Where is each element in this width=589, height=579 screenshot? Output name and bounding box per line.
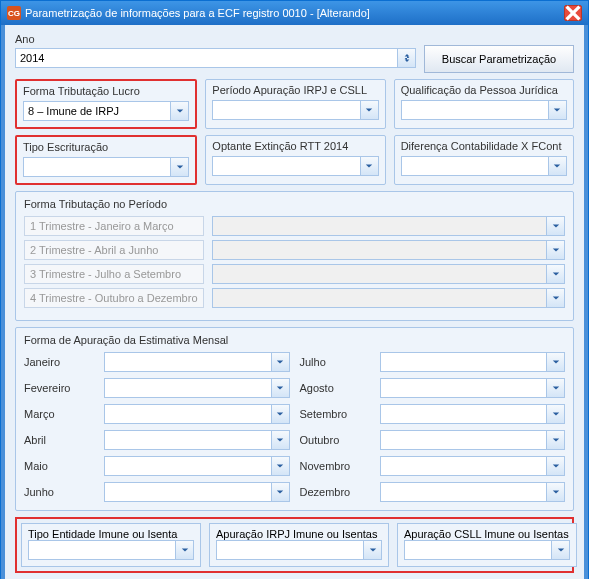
apur-csll-combo[interactable] bbox=[404, 540, 570, 560]
month-combo[interactable] bbox=[104, 352, 290, 372]
forma-tributacao-combo[interactable] bbox=[23, 101, 189, 121]
month-input[interactable] bbox=[381, 483, 547, 501]
buscar-button[interactable]: Buscar Parametrização bbox=[424, 45, 574, 73]
close-button[interactable] bbox=[564, 5, 582, 21]
chevron-down-icon[interactable] bbox=[548, 101, 566, 119]
tipo-entidade-input[interactable] bbox=[29, 541, 175, 559]
chevron-down-icon[interactable] bbox=[546, 217, 564, 235]
chevron-down-icon[interactable] bbox=[170, 158, 188, 176]
forma-tributacao-group: Forma Tributação Lucro bbox=[15, 79, 197, 129]
qualificacao-input[interactable] bbox=[402, 101, 548, 119]
chevron-down-icon[interactable] bbox=[360, 157, 378, 175]
month-combo[interactable] bbox=[104, 456, 290, 476]
chevron-down-icon[interactable] bbox=[546, 457, 564, 475]
trimestre-combo[interactable] bbox=[212, 240, 565, 260]
trimestre-combo[interactable] bbox=[212, 264, 565, 284]
dialog-window: CG Parametrização de informações para a … bbox=[0, 0, 589, 579]
periodo-apuracao-input[interactable] bbox=[213, 101, 359, 119]
trimestre-input[interactable] bbox=[213, 289, 546, 307]
trimestre-input[interactable] bbox=[213, 265, 546, 283]
window-title: Parametrização de informações para a ECF… bbox=[25, 7, 370, 19]
month-combo[interactable] bbox=[380, 378, 566, 398]
month-label: Agosto bbox=[300, 382, 370, 394]
chevron-down-icon[interactable] bbox=[546, 379, 564, 397]
diferenca-combo[interactable] bbox=[401, 156, 567, 176]
tipo-escrituracao-group: Tipo Escrituração bbox=[15, 135, 197, 185]
chevron-down-icon[interactable] bbox=[271, 483, 289, 501]
chevron-down-icon[interactable] bbox=[175, 541, 193, 559]
chevron-down-icon[interactable] bbox=[548, 157, 566, 175]
chevron-down-icon[interactable] bbox=[546, 483, 564, 501]
forma-tributacao-input[interactable] bbox=[24, 102, 170, 120]
month-input[interactable] bbox=[105, 353, 271, 371]
apur-irpj-combo[interactable] bbox=[216, 540, 382, 560]
titlebar-left: CG Parametrização de informações para a … bbox=[7, 6, 370, 20]
chevron-down-icon[interactable] bbox=[271, 457, 289, 475]
month-input[interactable] bbox=[381, 405, 547, 423]
tipo-entidade-group: Tipo Entidade Imune ou Isenta bbox=[21, 523, 201, 567]
month-combo[interactable] bbox=[380, 352, 566, 372]
month-input[interactable] bbox=[381, 379, 547, 397]
app-icon: CG bbox=[7, 6, 21, 20]
chevron-down-icon[interactable] bbox=[170, 102, 188, 120]
tipo-escrituracao-input[interactable] bbox=[24, 158, 170, 176]
month-combo[interactable] bbox=[104, 482, 290, 502]
optante-group: Optante Extinção RTT 2014 bbox=[205, 135, 385, 185]
chevron-down-icon[interactable] bbox=[546, 289, 564, 307]
trimestre-combo[interactable] bbox=[212, 288, 565, 308]
trimestre-label: 2 Trimestre - Abril a Junho bbox=[24, 240, 204, 260]
trimestre-input[interactable] bbox=[213, 217, 546, 235]
optante-input[interactable] bbox=[213, 157, 359, 175]
ano-dropdown-button[interactable] bbox=[397, 49, 415, 67]
chevron-down-icon[interactable] bbox=[271, 405, 289, 423]
month-input[interactable] bbox=[381, 431, 547, 449]
trimestre-row: 4 Trimestre - Outubro a Dezembro bbox=[24, 288, 565, 308]
month-input[interactable] bbox=[105, 379, 271, 397]
month-combo[interactable] bbox=[104, 404, 290, 424]
trib-periodo-fieldset: Forma Tributação no Período 1 Trimestre … bbox=[15, 191, 574, 321]
apur-irpj-input[interactable] bbox=[217, 541, 363, 559]
month-combo[interactable] bbox=[104, 430, 290, 450]
titlebar: CG Parametrização de informações para a … bbox=[1, 1, 588, 25]
chevron-down-icon[interactable] bbox=[363, 541, 381, 559]
ano-label: Ano bbox=[15, 33, 416, 45]
month-input[interactable] bbox=[381, 457, 547, 475]
optante-combo[interactable] bbox=[212, 156, 378, 176]
diferenca-input[interactable] bbox=[402, 157, 548, 175]
apur-csll-input[interactable] bbox=[405, 541, 551, 559]
qualificacao-combo[interactable] bbox=[401, 100, 567, 120]
month-input[interactable] bbox=[105, 405, 271, 423]
periodo-apuracao-combo[interactable] bbox=[212, 100, 378, 120]
month-label: Junho bbox=[24, 486, 94, 498]
month-combo[interactable] bbox=[104, 378, 290, 398]
month-combo[interactable] bbox=[380, 404, 566, 424]
trimestre-input[interactable] bbox=[213, 241, 546, 259]
trimestre-combo[interactable] bbox=[212, 216, 565, 236]
chevron-down-icon[interactable] bbox=[546, 265, 564, 283]
month-combo[interactable] bbox=[380, 430, 566, 450]
chevron-down-icon[interactable] bbox=[546, 405, 564, 423]
chevron-down-icon[interactable] bbox=[271, 379, 289, 397]
apur-irpj-title: Apuração IRPJ Imune ou Isentas bbox=[216, 528, 377, 540]
month-input[interactable] bbox=[105, 457, 271, 475]
ano-combo[interactable] bbox=[15, 48, 416, 68]
tipo-escrituracao-combo[interactable] bbox=[23, 157, 189, 177]
chevron-down-icon[interactable] bbox=[360, 101, 378, 119]
chevron-down-icon[interactable] bbox=[271, 431, 289, 449]
tipo-entidade-combo[interactable] bbox=[28, 540, 194, 560]
trimestre-row: 3 Trimestre - Julho a Setembro bbox=[24, 264, 565, 284]
chevron-down-icon[interactable] bbox=[551, 541, 569, 559]
trimestre-label: 4 Trimestre - Outubro a Dezembro bbox=[24, 288, 204, 308]
month-combo[interactable] bbox=[380, 482, 566, 502]
chevron-down-icon[interactable] bbox=[271, 353, 289, 371]
ano-input[interactable] bbox=[16, 49, 397, 67]
month-input[interactable] bbox=[381, 353, 547, 371]
chevron-down-icon[interactable] bbox=[546, 353, 564, 371]
chevron-down-icon[interactable] bbox=[546, 431, 564, 449]
month-combo[interactable] bbox=[380, 456, 566, 476]
qualificacao-title: Qualificação da Pessoa Jurídica bbox=[401, 84, 567, 96]
month-label: Fevereiro bbox=[24, 382, 94, 394]
chevron-down-icon[interactable] bbox=[546, 241, 564, 259]
month-input[interactable] bbox=[105, 431, 271, 449]
month-input[interactable] bbox=[105, 483, 271, 501]
